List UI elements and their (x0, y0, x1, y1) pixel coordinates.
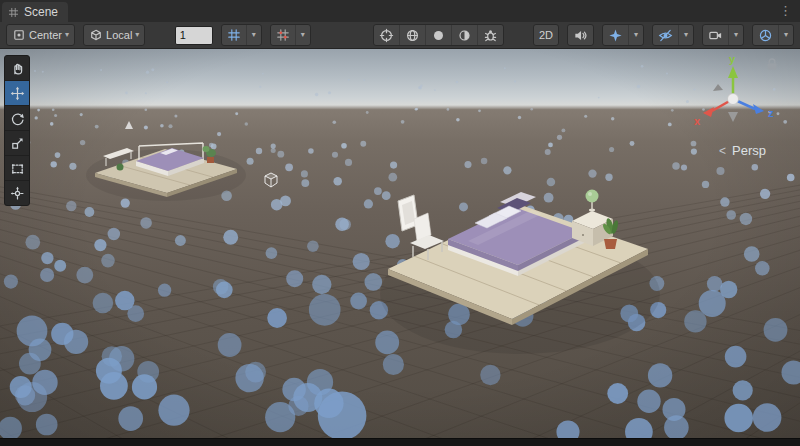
debug-icon-button[interactable] (477, 25, 503, 45)
effects-dropdown[interactable]: ▾ (628, 25, 643, 45)
axis-neg-cone[interactable] (713, 84, 723, 91)
scene-gizmo-button[interactable] (753, 25, 778, 45)
camera-group: ▾ (702, 24, 744, 46)
chevron-down-icon: ▾ (784, 31, 788, 39)
chevron-down-icon: ▾ (301, 31, 305, 39)
crosshair-icon-button[interactable] (374, 25, 399, 45)
scene-tools-overlay (4, 55, 30, 206)
axis-x-label: x (694, 115, 701, 127)
visibility-toggle-button[interactable] (653, 25, 678, 45)
persp-indicator[interactable]: < Persp (719, 143, 766, 158)
scene-gizmo-dropdown[interactable]: ▾ (778, 25, 793, 45)
chevron-down-icon: ▾ (734, 31, 738, 39)
rect-tool-button[interactable] (5, 156, 29, 181)
axis-z-arrow[interactable]: z (733, 99, 774, 119)
tab-overflow-icon[interactable]: ⋮ (779, 3, 792, 18)
shaded-sphere-icon-button[interactable] (399, 25, 425, 45)
chevron-down-icon: ▾ (65, 31, 69, 39)
snap-increment-input[interactable] (175, 26, 213, 45)
camera-icon (708, 28, 723, 43)
speaker-icon (573, 28, 588, 43)
gizmo-center-sphere[interactable] (728, 94, 739, 105)
audio-group (567, 24, 594, 46)
grid-visual-toggle[interactable] (222, 25, 246, 45)
audio-toggle-button[interactable] (568, 25, 593, 45)
snap-settings-group: ▾ (270, 24, 311, 46)
axis-z-label: z (768, 107, 774, 119)
mode-2d-group: 2D (533, 24, 559, 46)
transform-tool-button[interactable] (5, 181, 29, 205)
axis-y-label: y (729, 53, 736, 65)
grid-snap-group: ▾ (221, 24, 262, 46)
visibility-dropdown[interactable]: ▾ (678, 25, 693, 45)
move-tool-button[interactable] (5, 81, 29, 106)
bug-icon (483, 28, 498, 43)
collapse-chevron-icon: < (719, 144, 726, 158)
crosshair-icon (379, 28, 394, 43)
grid-visual-dropdown[interactable]: ▾ (246, 25, 261, 45)
view-options-group (373, 24, 504, 46)
tab-title: Scene (24, 5, 58, 19)
grid-icon (227, 28, 241, 42)
axis-y-arrow[interactable]: y (728, 53, 738, 99)
scene-tab[interactable]: Scene (2, 2, 68, 22)
effects-group: ▾ (602, 24, 644, 46)
camera-dropdown[interactable]: ▾ (728, 25, 743, 45)
chevron-down-icon: ▾ (252, 31, 256, 39)
bedroom-model-far[interactable] (86, 143, 246, 201)
camera-settings-button[interactable] (703, 25, 728, 45)
scene-toolbar: Center ▾ Local ▾ (0, 22, 800, 49)
snap-settings-toggle[interactable] (271, 25, 295, 45)
moon-icon (457, 28, 472, 43)
pivot-mode-group: Center ▾ (6, 24, 75, 46)
object-cube-gizmo[interactable] (265, 173, 277, 187)
grid-tab-icon (8, 7, 19, 18)
cube-icon (89, 28, 103, 42)
orientation-dropdown[interactable]: Local ▾ (84, 25, 144, 45)
scale-tool-button[interactable] (5, 131, 29, 156)
orientation-label: Local (106, 29, 132, 41)
distant-marker-icon (125, 121, 133, 129)
hand-tool-button[interactable] (5, 56, 29, 81)
pivot-mode-label: Center (29, 29, 62, 41)
grid-snap-icon (276, 28, 290, 42)
night-mode-icon-button[interactable] (451, 25, 477, 45)
eye-off-icon (658, 28, 673, 43)
visibility-group: ▾ (652, 24, 694, 46)
padlock-icon[interactable] (766, 58, 778, 71)
sparkle-icon (608, 28, 623, 43)
pivot-mode-dropdown[interactable]: Center ▾ (7, 25, 74, 45)
effects-toggle-button[interactable] (603, 25, 628, 45)
mode-2d-button[interactable]: 2D (534, 25, 558, 45)
axis-tripod-icon (758, 28, 773, 43)
orientation-group: Local ▾ (83, 24, 145, 46)
scene-gizmo-group: ▾ (752, 24, 794, 46)
snap-settings-dropdown[interactable]: ▾ (295, 25, 310, 45)
chevron-down-icon: ▾ (634, 31, 638, 39)
axis-x-arrow[interactable]: x (694, 99, 733, 127)
chevron-down-icon: ▾ (684, 31, 688, 39)
rotate-tool-button[interactable] (5, 106, 29, 131)
projection-label: Persp (732, 143, 766, 158)
scene-viewport[interactable]: y x z < Persp (0, 49, 800, 438)
axis-neg-y-cone[interactable] (728, 112, 738, 122)
bottom-strip (0, 438, 800, 446)
bedroom-model-near[interactable] (380, 190, 660, 355)
mode-2d-label: 2D (539, 29, 553, 41)
pivot-center-icon (12, 28, 26, 42)
tab-bar: Scene ⋮ (0, 0, 800, 22)
scene-panel: Scene ⋮ Center ▾ (0, 0, 800, 446)
filled-circle-icon (431, 28, 446, 43)
lighting-icon-button[interactable] (425, 25, 451, 45)
globe-icon (405, 28, 420, 43)
chevron-down-icon: ▾ (135, 31, 139, 39)
